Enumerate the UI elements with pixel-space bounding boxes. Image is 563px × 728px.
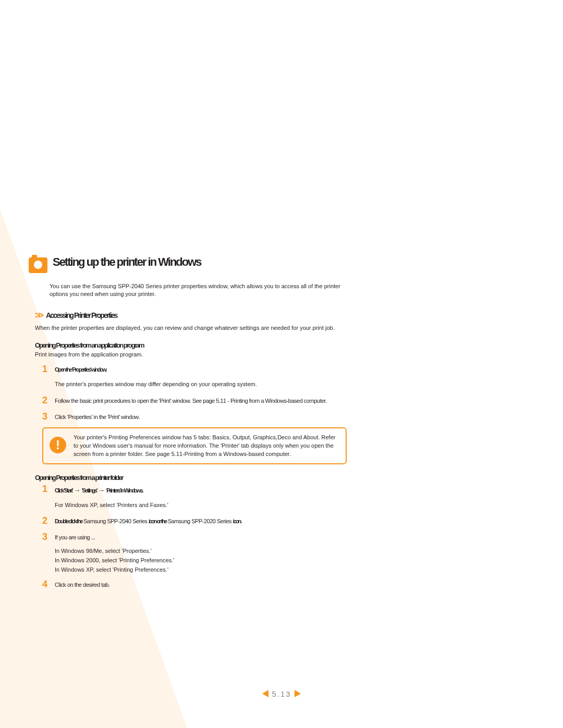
step-number: 1 [42, 484, 50, 495]
step-item: 3 If you are using ... [42, 532, 347, 542]
triangle-left-icon [262, 690, 268, 697]
step-number: 2 [42, 515, 50, 526]
step-text: Double click the Samsung SPP-2040 Series… [55, 515, 241, 526]
step-item: 3 Click 'Properties' in the 'Print' wind… [42, 411, 347, 422]
page-content: Setting up the printer in Windows You ca… [29, 255, 347, 595]
os-instruction: In Windows 98/Me, select 'Properties.' [55, 548, 347, 554]
page-title: Setting up the printer in Windows [53, 255, 201, 269]
arrow-icon: → [74, 486, 82, 494]
section-body: When the printer properties are displaye… [35, 324, 347, 332]
page-footer: 5.13 [0, 689, 563, 700]
step-item: 4 Click on the desired tab. [42, 579, 347, 590]
chevron-right-icon: >> [35, 310, 42, 321]
info-box: ! Your printer's Printing Preferences wi… [42, 427, 347, 465]
step-number: 3 [42, 532, 50, 542]
step-note: The printer's properties window may diff… [55, 380, 347, 389]
step-text: Open the 'Properties' window. [55, 364, 106, 374]
step-number: 1 [42, 364, 50, 375]
step-number: 2 [42, 395, 50, 406]
camera-icon [29, 257, 47, 273]
step-note: For Windows XP, select 'Printers and Fax… [55, 501, 347, 510]
step-text: Follow the basic print procedures to ope… [55, 395, 327, 405]
step-item: 2 Double click the Samsung SPP-2040 Seri… [42, 515, 347, 526]
triangle-right-icon [295, 690, 301, 697]
subsection-body: Print images from the application progra… [35, 351, 347, 357]
title-row: Setting up the printer in Windows [29, 255, 347, 273]
step-item: 2 Follow the basic print procedures to o… [42, 395, 347, 406]
info-text: Your printer's Printing Preferences wind… [74, 434, 339, 459]
step-number: 3 [42, 411, 50, 422]
subsection-heading: Opening Properties from an application p… [35, 341, 347, 349]
os-instruction: In Windows 2000, select 'Printing Prefer… [55, 557, 347, 563]
step-item: 1 Open the 'Properties' window. [42, 364, 347, 375]
page-number: 5.13 [272, 689, 291, 698]
step-text: Click 'Start' → 'Settings' → 'Printers' … [55, 484, 143, 496]
subsection-heading: Opening Properties from a printer folder [35, 474, 347, 482]
section-heading: Accessing Printer Properties [46, 311, 117, 319]
page-number-container: 5.13 [262, 689, 300, 698]
step-text: Click on the desired tab. [55, 579, 110, 589]
step-item: 1 Click 'Start' → 'Settings' → 'Printers… [42, 484, 347, 496]
intro-paragraph: You can use the Samsung SPP-2040 Series … [50, 282, 347, 299]
section-heading-row: >> Accessing Printer Properties [35, 310, 347, 321]
step-text: If you are using ... [55, 532, 95, 542]
arrow-icon: → [98, 486, 106, 494]
os-instruction: In Windows XP, select 'Printing Preferen… [55, 566, 347, 573]
alert-icon: ! [50, 437, 66, 453]
step-number: 4 [42, 579, 50, 590]
step-text: Click 'Properties' in the 'Print' window… [55, 411, 140, 422]
